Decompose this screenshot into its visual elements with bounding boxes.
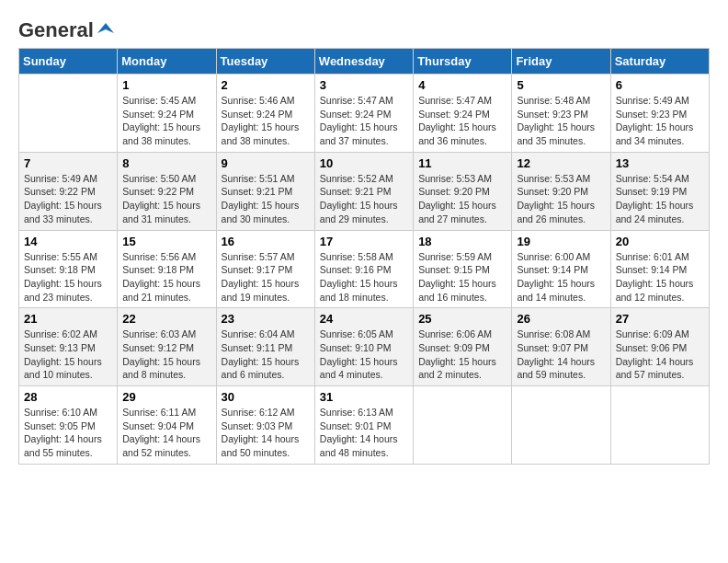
sunset-text: Sunset: 9:18 PM <box>24 264 96 275</box>
daylight-text: Daylight: 15 hours and 16 minutes. <box>418 278 496 303</box>
day-info: Sunrise: 5:57 AM Sunset: 9:17 PM Dayligh… <box>222 250 310 304</box>
calendar-cell: 7 Sunrise: 5:49 AM Sunset: 9:22 PM Dayli… <box>19 152 118 230</box>
day-info: Sunrise: 6:13 AM Sunset: 9:01 PM Dayligh… <box>320 406 408 460</box>
day-number: 7 <box>24 156 112 170</box>
sunset-text: Sunset: 9:22 PM <box>24 186 96 197</box>
daylight-text: Daylight: 15 hours and 38 minutes. <box>222 121 300 146</box>
sunrise-text: Sunrise: 5:55 AM <box>24 251 97 262</box>
day-number: 12 <box>517 156 605 170</box>
daylight-text: Daylight: 15 hours and 33 minutes. <box>24 200 102 224</box>
daylight-text: Daylight: 15 hours and 4 minutes. <box>320 356 398 381</box>
calendar-cell: 2 Sunrise: 5:46 AM Sunset: 9:24 PM Dayli… <box>216 75 314 153</box>
calendar-cell: 22 Sunrise: 6:03 AM Sunset: 9:12 PM Dayl… <box>118 308 216 386</box>
daylight-text: Daylight: 15 hours and 31 minutes. <box>122 200 200 224</box>
sunset-text: Sunset: 9:23 PM <box>616 109 688 120</box>
day-info: Sunrise: 5:49 AM Sunset: 9:22 PM Dayligh… <box>24 172 112 226</box>
calendar-week-3: 14 Sunrise: 5:55 AM Sunset: 9:18 PM Dayl… <box>19 230 710 308</box>
sunrise-text: Sunrise: 6:03 AM <box>122 328 196 339</box>
day-info: Sunrise: 5:59 AM Sunset: 9:15 PM Dayligh… <box>418 250 506 304</box>
sunrise-text: Sunrise: 5:48 AM <box>517 95 590 106</box>
calendar-cell: 15 Sunrise: 5:56 AM Sunset: 9:18 PM Dayl… <box>118 230 216 308</box>
page-header: General <box>18 18 710 39</box>
day-number: 8 <box>122 156 210 170</box>
day-number: 29 <box>122 390 210 404</box>
day-number: 6 <box>616 78 704 92</box>
calendar-cell <box>610 386 709 465</box>
daylight-text: Daylight: 15 hours and 19 minutes. <box>222 278 300 303</box>
day-number: 13 <box>616 156 704 170</box>
sunrise-text: Sunrise: 6:13 AM <box>320 407 393 418</box>
sunrise-text: Sunrise: 5:45 AM <box>122 95 196 106</box>
day-info: Sunrise: 5:49 AM Sunset: 9:23 PM Dayligh… <box>616 94 704 148</box>
sunset-text: Sunset: 9:13 PM <box>24 342 96 353</box>
daylight-text: Daylight: 15 hours and 34 minutes. <box>616 121 694 146</box>
sunrise-text: Sunrise: 6:12 AM <box>222 407 295 418</box>
calendar-cell: 8 Sunrise: 5:50 AM Sunset: 9:22 PM Dayli… <box>118 152 216 230</box>
day-info: Sunrise: 5:48 AM Sunset: 9:23 PM Dayligh… <box>517 94 605 148</box>
daylight-text: Daylight: 14 hours and 57 minutes. <box>616 356 694 381</box>
day-number: 15 <box>122 235 210 248</box>
sunset-text: Sunset: 9:11 PM <box>222 342 293 353</box>
day-info: Sunrise: 6:09 AM Sunset: 9:06 PM Dayligh… <box>616 327 704 382</box>
day-number: 27 <box>616 312 704 326</box>
day-number: 31 <box>320 390 408 404</box>
sunrise-text: Sunrise: 5:58 AM <box>320 251 393 262</box>
sunset-text: Sunset: 9:20 PM <box>517 186 588 197</box>
sunrise-text: Sunrise: 5:47 AM <box>418 95 492 106</box>
calendar-cell: 20 Sunrise: 6:01 AM Sunset: 9:14 PM Dayl… <box>610 230 709 308</box>
sunset-text: Sunset: 9:06 PM <box>616 342 688 353</box>
sunrise-text: Sunrise: 5:47 AM <box>320 95 393 106</box>
calendar-cell: 3 Sunrise: 5:47 AM Sunset: 9:24 PM Dayli… <box>314 75 413 153</box>
daylight-text: Daylight: 14 hours and 52 minutes. <box>122 433 200 458</box>
column-header-friday: Friday <box>512 49 610 75</box>
day-number: 26 <box>517 312 605 326</box>
daylight-text: Daylight: 15 hours and 23 minutes. <box>24 278 102 303</box>
daylight-text: Daylight: 15 hours and 24 minutes. <box>616 200 694 224</box>
calendar-cell: 6 Sunrise: 5:49 AM Sunset: 9:23 PM Dayli… <box>610 75 709 153</box>
calendar-cell: 18 Sunrise: 5:59 AM Sunset: 9:15 PM Dayl… <box>414 230 512 308</box>
daylight-text: Daylight: 15 hours and 21 minutes. <box>122 278 200 303</box>
calendar-cell: 5 Sunrise: 5:48 AM Sunset: 9:23 PM Dayli… <box>512 75 610 153</box>
day-number: 14 <box>24 235 112 248</box>
day-info: Sunrise: 5:53 AM Sunset: 9:20 PM Dayligh… <box>517 172 605 226</box>
sunset-text: Sunset: 9:24 PM <box>418 109 490 120</box>
calendar-week-4: 21 Sunrise: 6:02 AM Sunset: 9:13 PM Dayl… <box>19 308 710 386</box>
sunrise-text: Sunrise: 5:51 AM <box>222 173 295 184</box>
column-header-monday: Monday <box>118 49 216 75</box>
column-header-wednesday: Wednesday <box>314 49 413 75</box>
sunrise-text: Sunrise: 6:05 AM <box>320 328 393 339</box>
calendar-cell: 23 Sunrise: 6:04 AM Sunset: 9:11 PM Dayl… <box>216 308 314 386</box>
day-info: Sunrise: 5:51 AM Sunset: 9:21 PM Dayligh… <box>222 172 310 226</box>
calendar-cell: 16 Sunrise: 5:57 AM Sunset: 9:17 PM Dayl… <box>216 230 314 308</box>
daylight-text: Daylight: 15 hours and 29 minutes. <box>320 200 398 224</box>
calendar-table: SundayMondayTuesdayWednesdayThursdayFrid… <box>18 48 710 465</box>
sunset-text: Sunset: 9:21 PM <box>320 186 392 197</box>
day-info: Sunrise: 6:08 AM Sunset: 9:07 PM Dayligh… <box>517 327 605 382</box>
calendar-cell <box>512 386 610 465</box>
calendar-cell: 12 Sunrise: 5:53 AM Sunset: 9:20 PM Dayl… <box>512 152 610 230</box>
sunrise-text: Sunrise: 6:09 AM <box>616 328 689 339</box>
sunset-text: Sunset: 9:14 PM <box>517 264 588 275</box>
day-number: 10 <box>320 156 408 170</box>
daylight-text: Daylight: 15 hours and 30 minutes. <box>222 200 300 224</box>
day-number: 4 <box>418 78 506 92</box>
day-number: 9 <box>222 156 310 170</box>
calendar-cell: 24 Sunrise: 6:05 AM Sunset: 9:10 PM Dayl… <box>314 308 413 386</box>
sunrise-text: Sunrise: 5:49 AM <box>24 173 97 184</box>
calendar-cell: 21 Sunrise: 6:02 AM Sunset: 9:13 PM Dayl… <box>19 308 118 386</box>
calendar-cell: 30 Sunrise: 6:12 AM Sunset: 9:03 PM Dayl… <box>216 386 314 465</box>
day-info: Sunrise: 6:01 AM Sunset: 9:14 PM Dayligh… <box>616 250 704 304</box>
day-info: Sunrise: 5:47 AM Sunset: 9:24 PM Dayligh… <box>320 94 408 148</box>
daylight-text: Daylight: 15 hours and 18 minutes. <box>320 278 398 303</box>
calendar-cell: 4 Sunrise: 5:47 AM Sunset: 9:24 PM Dayli… <box>414 75 512 153</box>
svg-marker-0 <box>97 23 114 33</box>
daylight-text: Daylight: 15 hours and 10 minutes. <box>24 356 102 381</box>
day-info: Sunrise: 6:03 AM Sunset: 9:12 PM Dayligh… <box>122 327 210 382</box>
sunrise-text: Sunrise: 6:06 AM <box>418 328 492 339</box>
day-info: Sunrise: 6:12 AM Sunset: 9:03 PM Dayligh… <box>222 406 310 460</box>
day-number: 3 <box>320 78 408 92</box>
column-header-thursday: Thursday <box>414 49 512 75</box>
day-info: Sunrise: 6:11 AM Sunset: 9:04 PM Dayligh… <box>122 406 210 460</box>
sunset-text: Sunset: 9:09 PM <box>418 342 490 353</box>
sunrise-text: Sunrise: 5:46 AM <box>222 95 295 106</box>
